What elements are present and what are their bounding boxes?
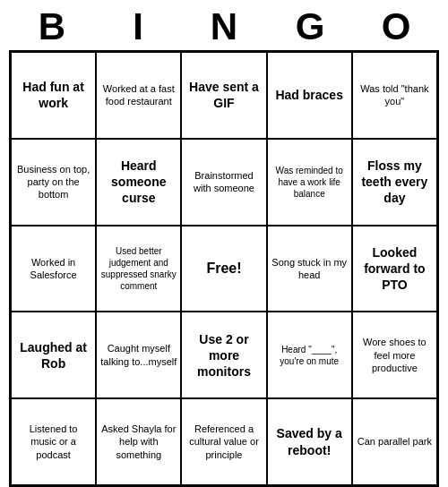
bingo-cell-r2c5: Floss my teeth every day	[352, 139, 437, 226]
bingo-grid: Had fun at workWorked at a fast food res…	[9, 50, 439, 487]
bingo-cell-r1c5: Was told "thank you"	[352, 52, 437, 139]
bingo-cell-r3c4: Song stuck in my head	[267, 226, 352, 312]
bingo-cell-r5c4: Saved by a reboot!	[267, 398, 352, 485]
bingo-cell-r2c3: Brainstormed with someone	[181, 139, 266, 226]
letter-o: O	[360, 5, 432, 48]
bingo-cell-r4c1: Laughed at Rob	[11, 312, 96, 398]
bingo-cell-r2c4: Was reminded to have a work life balance	[267, 139, 352, 226]
bingo-cell-r4c3: Use 2 or more monitors	[181, 312, 266, 398]
bingo-cell-r1c2: Worked at a fast food restaurant	[96, 52, 181, 139]
letter-i: I	[102, 5, 174, 48]
bingo-cell-r3c2: Used better judgement and suppressed sna…	[96, 226, 181, 312]
bingo-cell-r4c5: Wore shoes to feel more productive	[352, 312, 437, 398]
bingo-cell-r2c2: Heard someone curse	[96, 139, 181, 226]
bingo-cell-r2c1: Business on top, party on the bottom	[11, 139, 96, 226]
letter-n: N	[188, 5, 260, 48]
bingo-cell-r5c2: Asked Shayla for help with something	[96, 398, 181, 485]
bingo-title: B I N G O	[9, 0, 439, 50]
bingo-cell-r1c1: Had fun at work	[11, 52, 96, 139]
bingo-cell-r1c3: Have sent a GIF	[181, 52, 266, 139]
bingo-cell-r4c4: Heard "____", you're on mute	[267, 312, 352, 398]
bingo-cell-r3c1: Worked in Salesforce	[11, 226, 96, 312]
bingo-cell-r5c3: Referenced a cultural value or principle	[181, 398, 266, 485]
letter-g: G	[274, 5, 346, 48]
bingo-cell-r4c2: Caught myself talking to...myself	[96, 312, 181, 398]
bingo-cell-r5c1: Listened to music or a podcast	[11, 398, 96, 485]
letter-b: B	[16, 5, 88, 48]
bingo-cell-r3c5: Looked forward to PTO	[352, 226, 437, 312]
bingo-cell-r1c4: Had braces	[267, 52, 352, 139]
bingo-cell-r5c5: Can parallel park	[352, 398, 437, 485]
bingo-cell-r3c3: Free!	[181, 226, 266, 312]
